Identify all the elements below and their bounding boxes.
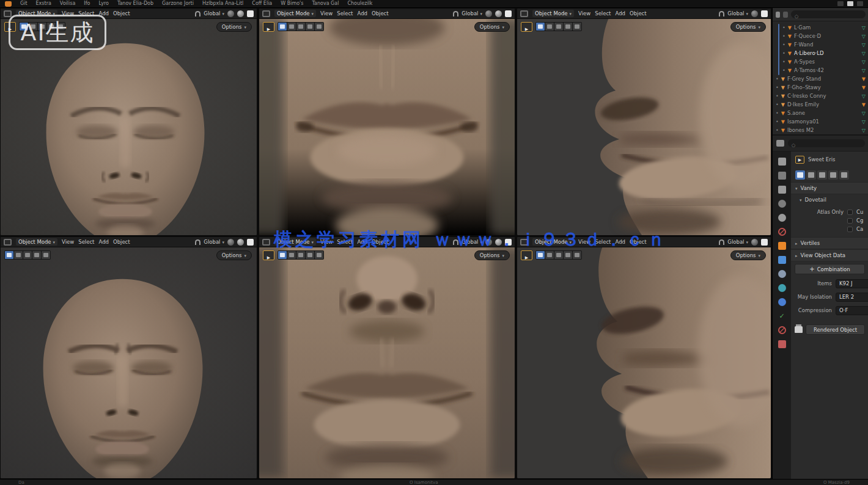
menu-item[interactable]: Tanova Gal xyxy=(312,0,339,7)
move-tool[interactable] xyxy=(545,23,554,31)
combination-button[interactable]: Combination xyxy=(795,264,865,274)
tab-constraints-icon[interactable] xyxy=(778,298,786,306)
outliner-item-active[interactable]: A·Libero·LD xyxy=(773,49,868,57)
move-tool[interactable] xyxy=(287,23,296,31)
tab-particles-icon[interactable] xyxy=(778,270,786,278)
shading-swatch-icon[interactable] xyxy=(505,10,512,17)
options-dropdown[interactable]: Options xyxy=(730,22,766,32)
add-menu[interactable]: Add xyxy=(615,10,625,16)
checkbox[interactable] xyxy=(847,218,853,224)
menu-item[interactable]: Git xyxy=(20,0,28,7)
add-menu[interactable]: Add xyxy=(357,10,367,16)
rotate-tool[interactable] xyxy=(296,23,305,31)
menu-item[interactable]: Garzone Jorti xyxy=(162,0,194,7)
options-dropdown[interactable]: Options xyxy=(730,250,766,260)
visibility-badge-icon[interactable] xyxy=(862,33,866,39)
menu-item[interactable]: W Bimo's xyxy=(281,0,303,7)
visibility-badge-icon[interactable] xyxy=(862,76,866,82)
context-tab[interactable] xyxy=(828,170,838,180)
visibility-badge-icon[interactable] xyxy=(862,59,866,65)
viewport-canvas[interactable] xyxy=(517,19,771,235)
rendered-object-button[interactable]: Rendered Object xyxy=(806,324,865,335)
rotate-tool[interactable] xyxy=(23,251,32,259)
select-menu[interactable]: Select xyxy=(78,239,94,245)
shading-solid-icon[interactable] xyxy=(237,10,244,17)
menu-item[interactable]: Exstra xyxy=(36,0,51,7)
shading-solid-icon[interactable] xyxy=(495,10,502,17)
checkbox[interactable] xyxy=(847,210,853,215)
tab-output-icon[interactable] xyxy=(778,186,786,194)
outliner-item[interactable]: C·Iresko Conny xyxy=(773,92,868,100)
layer-dropdown-icon[interactable] xyxy=(857,1,863,6)
visibility-badge-icon[interactable] xyxy=(862,93,866,99)
items-value[interactable]: K92 J xyxy=(836,279,868,288)
visibility-badge-icon[interactable] xyxy=(862,101,866,108)
editor-type-icon[interactable] xyxy=(4,239,12,246)
outliner-item[interactable]: F·Grey Stand xyxy=(773,75,868,83)
panel-vertiles[interactable]: Vertiles xyxy=(791,237,868,249)
outliner-item[interactable]: F·Quece·D xyxy=(773,32,868,40)
outliner-item[interactable]: Isamonya01 xyxy=(773,117,868,126)
snap-magnet-icon[interactable] xyxy=(195,11,200,16)
snap-magnet-icon[interactable] xyxy=(719,239,724,245)
properties-editor-type-icon[interactable] xyxy=(776,140,784,147)
outliner-item[interactable]: A·Tamos·42 xyxy=(773,66,868,75)
shading-wireframe-icon[interactable] xyxy=(751,239,758,246)
tab-physics-icon[interactable] xyxy=(778,284,786,292)
select-box-tool[interactable] xyxy=(278,23,287,31)
visibility-badge-icon[interactable] xyxy=(862,84,866,90)
app-logo-icon[interactable] xyxy=(5,1,12,7)
select-menu[interactable]: Select xyxy=(337,10,353,16)
menu-item[interactable]: Coff Elia xyxy=(252,0,272,7)
context-tab[interactable] xyxy=(806,170,816,180)
editor-type-icon[interactable] xyxy=(520,10,528,17)
filter-icon[interactable] xyxy=(783,12,787,18)
active-tool-button[interactable] xyxy=(263,250,274,260)
panel-view-object-data[interactable]: View Object Data xyxy=(791,249,868,261)
shading-swatch-icon[interactable] xyxy=(761,10,768,17)
mode-dropdown[interactable]: Object Mode xyxy=(274,10,316,17)
editor-type-icon[interactable] xyxy=(262,10,270,17)
shading-wireframe-icon[interactable] xyxy=(227,239,234,246)
outliner-item[interactable]: S.aone xyxy=(773,109,868,117)
context-tab[interactable] xyxy=(839,170,849,180)
visibility-badge-icon[interactable] xyxy=(862,127,866,133)
options-dropdown[interactable]: Options xyxy=(216,250,252,260)
compression-value[interactable]: O·F xyxy=(836,306,868,315)
viewport-canvas[interactable] xyxy=(1,247,257,478)
view-layer-icon[interactable] xyxy=(847,1,853,6)
shading-wireframe-icon[interactable] xyxy=(227,10,234,17)
select-box-tool[interactable] xyxy=(536,23,545,31)
shading-wireframe-icon[interactable] xyxy=(751,10,758,17)
orientation-dropdown[interactable]: Global xyxy=(727,239,748,245)
transform-tool[interactable] xyxy=(573,23,581,31)
outliner-item[interactable]: L·Gam xyxy=(773,23,868,32)
viewport-canvas[interactable] xyxy=(259,19,515,235)
editor-type-icon[interactable] xyxy=(262,239,270,246)
outliner-search-input[interactable] xyxy=(800,12,862,17)
tab-modifiers-icon[interactable] xyxy=(778,256,786,264)
scale-tool[interactable] xyxy=(306,23,314,31)
object-menu[interactable]: Object xyxy=(630,10,647,16)
orientation-dropdown[interactable]: Global xyxy=(204,10,224,16)
shading-solid-icon[interactable] xyxy=(237,239,244,246)
panel-dovetail[interactable]: Dovetail xyxy=(791,194,868,205)
view-menu[interactable]: View xyxy=(320,10,333,16)
context-tab[interactable] xyxy=(795,170,805,180)
rotate-tool[interactable] xyxy=(554,23,563,31)
properties-search[interactable] xyxy=(788,139,865,147)
visibility-badge-icon[interactable] xyxy=(862,119,866,125)
select-box-tool[interactable] xyxy=(5,251,13,259)
shading-swatch-icon[interactable] xyxy=(247,239,254,246)
snap-magnet-icon[interactable] xyxy=(719,11,724,16)
tab-world-icon[interactable] xyxy=(778,228,786,236)
menu-item[interactable]: Choulezilk xyxy=(347,0,372,7)
transform-tool[interactable] xyxy=(315,23,323,31)
visibility-badge-icon[interactable] xyxy=(862,110,866,116)
object-menu[interactable]: Object xyxy=(113,239,130,245)
orientation-dropdown[interactable]: Global xyxy=(462,10,482,16)
object-menu[interactable]: Object xyxy=(113,10,130,16)
checkbox[interactable] xyxy=(847,227,853,232)
outliner-search[interactable] xyxy=(791,10,866,18)
visibility-badge-icon[interactable] xyxy=(862,67,866,73)
